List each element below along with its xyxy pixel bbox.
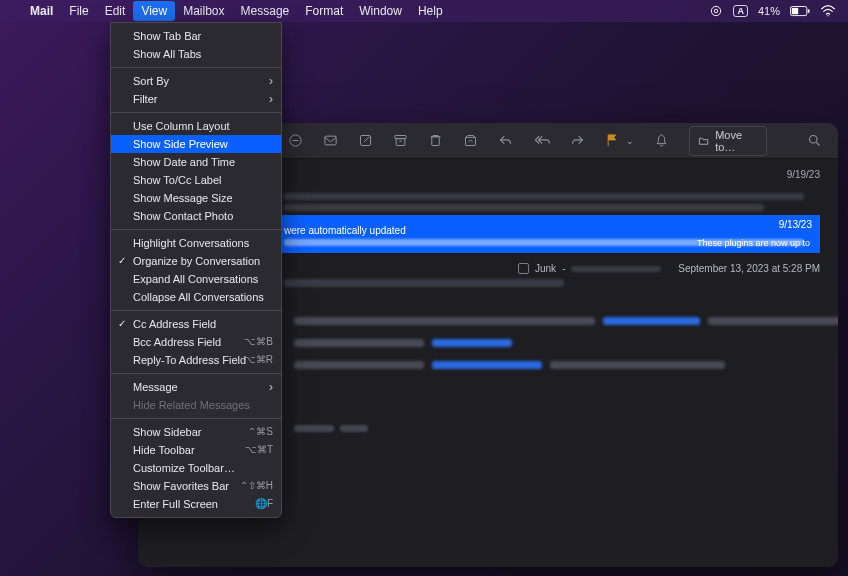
search-icon[interactable]	[807, 133, 822, 148]
svg-rect-10	[396, 139, 405, 146]
menu-separator	[111, 67, 281, 68]
menu-item-highlight-conversations[interactable]: Highlight Conversations	[111, 234, 281, 252]
flag-icon[interactable]	[605, 133, 620, 148]
move-to-label: Move to…	[715, 129, 758, 153]
menu-edit[interactable]: Edit	[97, 1, 134, 21]
menu-item-expand-all-conversations[interactable]: Expand All Conversations	[111, 270, 281, 288]
svg-rect-12	[466, 137, 476, 145]
forward-icon[interactable]	[570, 133, 585, 148]
menu-shortcut: ⌥⌘R	[244, 353, 273, 367]
menu-item-bcc-address-field[interactable]: Bcc Address Field⌥⌘B	[111, 333, 281, 351]
selected-trail-text: These plugins are now up to	[697, 238, 810, 248]
menu-message[interactable]: Message	[233, 1, 298, 21]
battery-icon	[790, 6, 810, 17]
junk-box-icon	[518, 263, 529, 274]
menu-item-show-contact-photo[interactable]: Show Contact Photo	[111, 207, 281, 225]
wifi-icon[interactable]	[820, 5, 836, 17]
message-content	[294, 317, 838, 383]
svg-rect-3	[792, 7, 798, 13]
menu-item-show-favorites-bar[interactable]: Show Favorites Bar⌃⇧⌘H	[111, 477, 281, 495]
menu-shortcut: 🌐F	[255, 497, 273, 511]
menu-shortcut: ⌥⌘B	[244, 335, 273, 349]
selected-date: 9/13/23	[779, 219, 812, 230]
menu-help[interactable]: Help	[410, 1, 451, 21]
svg-rect-7	[325, 136, 336, 145]
reply-icon[interactable]	[498, 133, 513, 148]
siri-icon[interactable]	[709, 4, 723, 18]
menu-item-show-date-and-time[interactable]: Show Date and Time	[111, 153, 281, 171]
menu-item-use-column-layout[interactable]: Use Column Layout	[111, 117, 281, 135]
svg-point-5	[827, 15, 828, 16]
meta-folder: Junk	[535, 263, 556, 274]
svg-rect-11	[432, 137, 440, 146]
menu-item-reply-to-address-field[interactable]: Reply-To Address Field⌥⌘R	[111, 351, 281, 369]
menu-item-sort-by[interactable]: Sort By	[111, 72, 281, 90]
trash-icon[interactable]	[428, 133, 443, 148]
svg-point-0	[712, 6, 721, 15]
menu-view[interactable]: View	[133, 1, 175, 21]
menubar-status: A 41%	[709, 4, 836, 18]
message-signature-blur	[294, 425, 368, 432]
menu-app[interactable]: Mail	[22, 1, 61, 21]
menu-item-show-to-cc-label[interactable]: Show To/Cc Label	[111, 171, 281, 189]
menu-item-message[interactable]: Message	[111, 378, 281, 396]
folder-icon	[698, 135, 709, 147]
menu-item-organize-by-conversation[interactable]: Organize by Conversation	[111, 252, 281, 270]
menu-item-enter-full-screen[interactable]: Enter Full Screen🌐F	[111, 495, 281, 513]
menu-item-show-sidebar[interactable]: Show Sidebar⌃⌘S	[111, 423, 281, 441]
move-to-button[interactable]: Move to…	[689, 126, 767, 156]
selected-subject-snippet: were automatically updated	[284, 225, 406, 236]
avatar-badge[interactable]: A	[733, 5, 748, 17]
menubar: Mail File Edit View Mailbox Message Form…	[0, 0, 848, 22]
menu-item-collapse-all-conversations[interactable]: Collapse All Conversations	[111, 288, 281, 306]
menu-separator	[111, 112, 281, 113]
meta-sep: -	[562, 263, 565, 274]
menu-item-show-tab-bar[interactable]: Show Tab Bar	[111, 27, 281, 45]
svg-rect-4	[808, 9, 810, 13]
menu-window[interactable]: Window	[351, 1, 410, 21]
menu-item-hide-related-messages: Hide Related Messages	[111, 396, 281, 414]
mute-icon[interactable]	[654, 133, 669, 148]
menu-item-customize-toolbar[interactable]: Customize Toolbar…	[111, 459, 281, 477]
battery-text: 41%	[758, 5, 780, 17]
menu-item-show-all-tabs[interactable]: Show All Tabs	[111, 45, 281, 63]
menu-format[interactable]: Format	[297, 1, 351, 21]
menu-separator	[111, 310, 281, 311]
message-subject-blur	[284, 279, 564, 287]
view-menu-dropdown: Show Tab BarShow All TabsSort ByFilterUs…	[110, 22, 282, 518]
menu-item-show-side-preview[interactable]: Show Side Preview	[111, 135, 281, 153]
flag-chevron-icon[interactable]: ⌄	[626, 136, 634, 146]
menu-item-show-message-size[interactable]: Show Message Size	[111, 189, 281, 207]
menu-item-filter[interactable]: Filter	[111, 90, 281, 108]
svg-point-13	[810, 136, 818, 144]
meta-full-date: September 13, 2023 at 5:28 PM	[678, 263, 820, 274]
archive-icon[interactable]	[393, 133, 408, 148]
menu-separator	[111, 418, 281, 419]
menu-mailbox[interactable]: Mailbox	[175, 1, 232, 21]
meta-sender-blur	[571, 266, 661, 272]
unread-icon[interactable]	[288, 133, 303, 148]
junk-icon[interactable]	[323, 133, 338, 148]
junk-bin-icon[interactable]	[463, 133, 478, 148]
menu-shortcut: ⌥⌘T	[245, 443, 273, 457]
svg-point-1	[715, 9, 719, 13]
menu-item-hide-toolbar[interactable]: Hide Toolbar⌥⌘T	[111, 441, 281, 459]
menu-separator	[111, 229, 281, 230]
menu-shortcut: ⌃⇧⌘H	[240, 479, 273, 493]
menu-shortcut: ⌃⌘S	[248, 425, 273, 439]
message-date-top: 9/19/23	[787, 169, 820, 180]
message-preview-blur	[284, 189, 814, 215]
menu-file[interactable]: File	[61, 1, 96, 21]
menu-item-cc-address-field[interactable]: Cc Address Field	[111, 315, 281, 333]
message-meta: Junk -	[518, 263, 661, 274]
reply-all-icon[interactable]	[533, 133, 550, 148]
compose-icon[interactable]	[358, 133, 373, 148]
menu-separator	[111, 373, 281, 374]
